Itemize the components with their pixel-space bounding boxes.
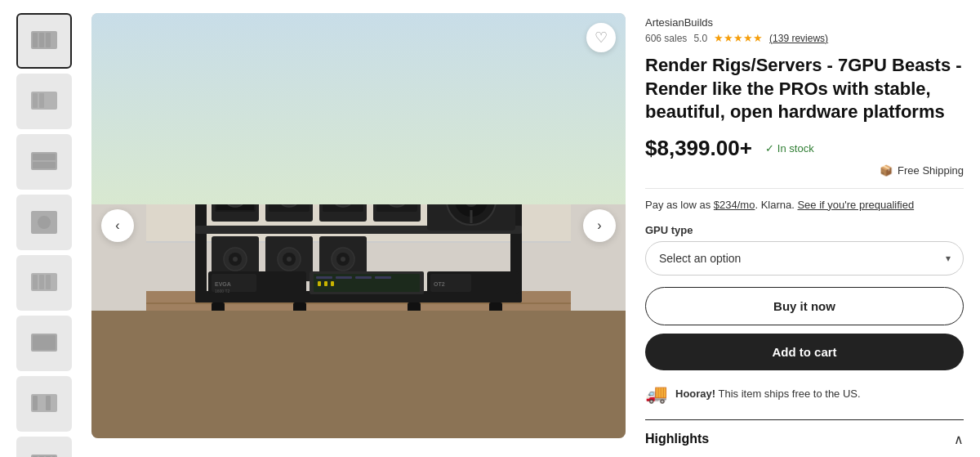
klarna-row: Pay as low as $234/mo. Klarna. See if yo… bbox=[645, 199, 964, 211]
gpu-select-container: Select an option RTX 3090 RTX 3080 RTX 3… bbox=[645, 241, 964, 276]
buy-now-button[interactable]: Buy it now bbox=[645, 287, 964, 325]
thumbnail-6[interactable] bbox=[16, 316, 72, 371]
in-stock-label: In stock bbox=[777, 142, 814, 155]
svg-rect-9 bbox=[33, 162, 56, 168]
svg-rect-17 bbox=[33, 335, 56, 350]
next-image-button[interactable]: › bbox=[583, 209, 616, 242]
svg-rect-14 bbox=[39, 275, 44, 289]
svg-text:OT2: OT2 bbox=[434, 281, 445, 287]
in-stock-badge: ✓ In stock bbox=[765, 142, 814, 155]
delivery-truck-icon: 🚚 bbox=[645, 383, 667, 405]
divider-1 bbox=[645, 188, 964, 189]
chevron-up-icon: ∧ bbox=[954, 432, 964, 447]
shipping-truck-icon: 📦 bbox=[880, 164, 893, 177]
svg-point-76 bbox=[287, 257, 292, 262]
thumbnail-1[interactable] bbox=[16, 13, 72, 69]
svg-point-11 bbox=[38, 216, 51, 229]
main-image-container: EVGA 1600 T2 OT2 ‹ bbox=[91, 13, 626, 438]
svg-rect-1 bbox=[33, 33, 38, 47]
shipping-notice: 🚚 Hooray! This item ships free to the US… bbox=[645, 383, 964, 405]
svg-rect-3 bbox=[46, 33, 51, 47]
highlights-label: Highlights bbox=[645, 432, 709, 446]
svg-rect-2 bbox=[39, 33, 44, 47]
hooray-text: Hooray! bbox=[675, 388, 715, 400]
checkmark-icon: ✓ bbox=[765, 142, 774, 155]
thumbnail-4[interactable] bbox=[16, 195, 72, 250]
price-row: $8,399.00+ ✓ In stock bbox=[645, 136, 964, 161]
klarna-amount: $234/mo bbox=[714, 199, 755, 211]
prev-image-button[interactable]: ‹ bbox=[101, 209, 134, 242]
svg-rect-92 bbox=[324, 281, 327, 286]
svg-rect-20 bbox=[46, 396, 51, 410]
seller-stats: 606 sales 5.0 ★★★★★ (139 reviews) bbox=[645, 32, 964, 44]
gpu-type-select[interactable]: Select an option RTX 3090 RTX 3080 RTX 3… bbox=[645, 241, 964, 276]
thumbnail-5[interactable] bbox=[16, 255, 72, 311]
star-rating: ★★★★★ bbox=[714, 32, 763, 44]
free-shipping-label: Free Shipping bbox=[898, 164, 964, 177]
svg-point-72 bbox=[233, 257, 238, 262]
thumbnail-8[interactable] bbox=[16, 437, 72, 457]
svg-rect-90 bbox=[375, 276, 391, 279]
thumbnail-sidebar bbox=[16, 13, 72, 457]
shipping-text: Hooray! This item ships free to the US. bbox=[675, 388, 861, 400]
svg-rect-6 bbox=[39, 93, 44, 108]
svg-rect-19 bbox=[33, 396, 38, 410]
highlights-section[interactable]: Highlights ∧ bbox=[645, 419, 964, 447]
svg-text:EVGA: EVGA bbox=[215, 281, 231, 287]
thumbnail-7[interactable] bbox=[16, 376, 72, 432]
thumbnail-3[interactable] bbox=[16, 134, 72, 190]
klarna-link[interactable]: See if you're prequalified bbox=[797, 199, 914, 211]
free-shipping-row: 📦 Free Shipping bbox=[645, 164, 964, 177]
svg-rect-13 bbox=[33, 275, 38, 289]
svg-rect-89 bbox=[355, 276, 372, 279]
add-to-cart-button[interactable]: Add to cart bbox=[645, 334, 964, 370]
shipping-detail-text: This item ships free to the US. bbox=[715, 388, 861, 400]
svg-rect-93 bbox=[331, 281, 334, 286]
sales-count: 606 sales bbox=[645, 33, 687, 44]
svg-rect-5 bbox=[33, 93, 38, 108]
product-info-panel: ArtesianBuilds 606 sales 5.0 ★★★★★ (139 … bbox=[645, 13, 964, 457]
next-arrow-icon: › bbox=[597, 218, 601, 233]
svg-text:1600 T2: 1600 T2 bbox=[215, 289, 229, 293]
thumbnail-2[interactable] bbox=[16, 74, 72, 129]
svg-rect-88 bbox=[336, 276, 352, 279]
product-title: Render Rigs/Servers - 7GPU Beasts - Rend… bbox=[645, 54, 964, 124]
klarna-middle: . Klarna. bbox=[755, 199, 797, 211]
prev-arrow-icon: ‹ bbox=[115, 218, 119, 233]
rating-value: 5.0 bbox=[693, 33, 707, 44]
heart-icon: ♡ bbox=[595, 29, 608, 47]
svg-point-80 bbox=[341, 257, 345, 262]
svg-rect-87 bbox=[316, 276, 332, 279]
svg-rect-91 bbox=[318, 281, 321, 286]
svg-rect-15 bbox=[46, 275, 51, 289]
gpu-type-label: GPU type bbox=[645, 224, 964, 236]
reviews-link[interactable]: (139 reviews) bbox=[769, 33, 828, 44]
svg-rect-8 bbox=[33, 154, 56, 160]
product-price: $8,399.00+ bbox=[645, 136, 752, 161]
klarna-text: Pay as low as bbox=[645, 199, 714, 211]
wishlist-button[interactable]: ♡ bbox=[586, 23, 616, 52]
seller-name[interactable]: ArtesianBuilds bbox=[645, 16, 964, 29]
